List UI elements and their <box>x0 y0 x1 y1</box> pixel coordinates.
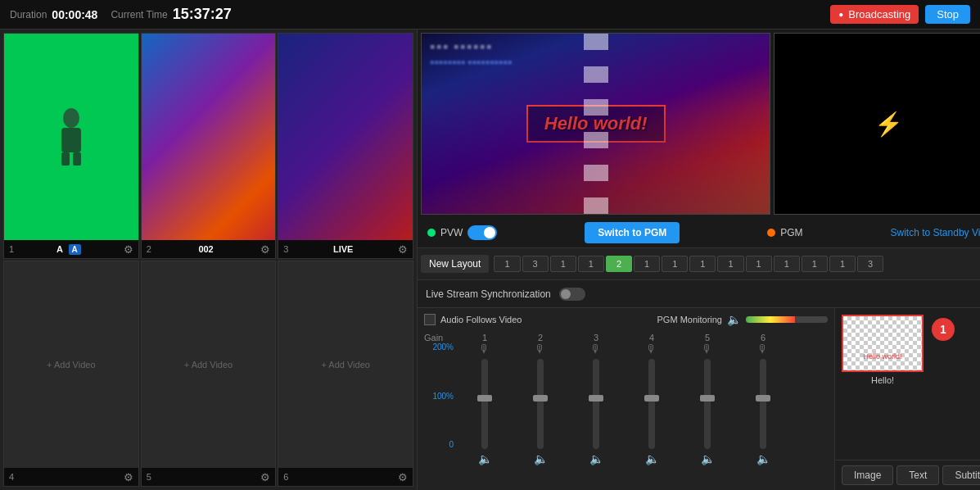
video-preview-5: + Add Video <box>142 261 276 468</box>
mic-icon-3: 🎙 <box>590 343 602 356</box>
media-item-label-1: Hello! <box>871 375 894 385</box>
volume-fill <box>746 316 795 323</box>
video-num-4: 4 <box>9 472 14 482</box>
ch-label-4: 4 <box>624 333 680 343</box>
gear-icon-6[interactable]: ⚙ <box>398 471 408 483</box>
video-label-bar-4: 4 ⚙ <box>4 468 138 486</box>
speaker-icon-1: 🔈 <box>478 452 492 465</box>
video-cell-5[interactable]: + Add Video 5 ⚙ <box>141 261 277 487</box>
video-preview-4: + Add Video <box>4 261 138 468</box>
speaker-icon-3: 🔈 <box>589 452 603 465</box>
blur-overlay-2: ■■■■■■■■ ■■■■■■■■■■ <box>430 58 512 66</box>
mic-icon-5: 🎙 <box>702 343 713 356</box>
media-tabs: Image Text Subtitle <box>835 460 980 490</box>
video-preview-2 <box>142 34 276 240</box>
fader-handle-1[interactable] <box>477 395 492 402</box>
fader-track-6[interactable] <box>760 359 766 449</box>
layout-tab-13[interactable]: 3 <box>857 256 883 272</box>
switch-to-pgm-button[interactable]: Switch to PGM <box>585 222 680 243</box>
pvw-pgm-toggle[interactable] <box>467 225 497 240</box>
video-label-bar-6: 6 ⚙ <box>278 468 413 486</box>
fader-track-4[interactable] <box>648 359 655 449</box>
fader-handle-2[interactable] <box>533 395 548 402</box>
media-item-1[interactable]: Hello world! Hello! <box>842 315 924 385</box>
right-panel: ■■■ ■■■■■■ ■■■■■■■■ ■■■■■■■■■■ Hello wor… <box>418 29 980 490</box>
fader-track-5[interactable] <box>704 359 711 449</box>
speaker-icon-2: 🔈 <box>534 452 548 465</box>
layout-tab-0[interactable]: 1 <box>494 256 520 272</box>
faders-row: 200% 100% 0 🎙 🔈 🎙 <box>424 343 828 465</box>
video-num-6: 6 <box>283 472 288 482</box>
layout-tab-4[interactable]: 2 <box>606 256 632 272</box>
gear-icon-4[interactable]: ⚙ <box>124 471 133 483</box>
afv-checkbox[interactable] <box>424 314 436 325</box>
monitor-icon: 🔈 <box>727 313 741 326</box>
gear-icon-3[interactable]: ⚙ <box>398 243 408 256</box>
video-name-2: 002 <box>198 244 213 254</box>
volume-bar[interactable] <box>746 316 828 323</box>
layout-tab-12[interactable]: 1 <box>829 256 856 272</box>
duration-block: Duration 00:00:48 <box>10 8 97 21</box>
gain-scale: 200% 100% 0 <box>424 343 457 449</box>
audio-media-area: Audio Follows Video PGM Monitoring 🔈 Gai… <box>418 308 980 490</box>
switch-standby-link[interactable]: Switch to Standby Video <box>891 227 981 238</box>
gear-icon-2[interactable]: ⚙ <box>260 243 270 256</box>
add-video-btn-6[interactable]: + Add Video <box>321 261 369 468</box>
broadcasting-badge: Broadcasting <box>830 5 919 24</box>
mic-icon-4: 🎙 <box>646 343 657 356</box>
fader-handle-4[interactable] <box>644 395 659 402</box>
fader-track-2[interactable] <box>537 359 544 449</box>
new-layout-button[interactable]: New Layout <box>421 255 489 273</box>
layout-tab-10[interactable]: 1 <box>774 256 800 272</box>
add-video-btn-4[interactable]: + Add Video <box>47 261 95 468</box>
video-num-1: 1 <box>9 244 14 254</box>
pgm-monitoring-label: PGM Monitoring <box>657 315 722 324</box>
layout-tab-1[interactable]: 3 <box>522 256 549 272</box>
tab-text[interactable]: Text <box>896 465 939 485</box>
fader-handle-5[interactable] <box>700 395 715 402</box>
speaker-icon-4: 🔈 <box>645 452 659 465</box>
add-video-btn-5[interactable]: + Add Video <box>184 261 233 468</box>
video-cell-4[interactable]: + Add Video 4 ⚙ <box>3 261 139 487</box>
speaker-icon-6: 🔈 <box>756 452 770 465</box>
fader-handle-3[interactable] <box>589 395 603 402</box>
fader-track-3[interactable] <box>593 359 599 449</box>
scale-100: 100% <box>427 392 454 401</box>
video-label-bar-1: 1 A A ⚙ <box>4 240 138 258</box>
gear-icon-5[interactable]: ⚙ <box>260 471 270 483</box>
tab-subtitle[interactable]: Subtitle <box>942 465 980 485</box>
stop-button[interactable]: Stop <box>925 5 970 24</box>
mic-icon-6: 🎙 <box>757 343 769 356</box>
media-badge-1: 1 <box>932 318 955 341</box>
fader-track-1[interactable] <box>481 359 488 449</box>
fader-channel-4: 🎙 🔈 <box>624 343 680 465</box>
layout-tab-3[interactable]: 1 <box>578 256 604 272</box>
layout-tab-2[interactable]: 1 <box>550 256 576 272</box>
layout-tab-6[interactable]: 1 <box>662 256 688 272</box>
layout-tabs: 1 3 1 1 2 1 1 1 1 1 1 1 1 3 <box>494 256 980 272</box>
layout-tab-8[interactable]: 1 <box>717 256 743 272</box>
layout-tab-5[interactable]: 1 <box>634 256 660 272</box>
video-label-bar-3: 3 LIVE ⚙ <box>278 240 413 258</box>
video-cell-1[interactable]: 1 A A ⚙ <box>3 33 139 259</box>
layout-tab-11[interactable]: 1 <box>802 256 828 272</box>
video-cell-2[interactable]: 2 002 ⚙ <box>141 33 277 259</box>
tab-image[interactable]: Image <box>842 465 893 485</box>
layout-tab-9[interactable]: 1 <box>746 256 772 272</box>
ch-label-5: 5 <box>680 333 735 343</box>
pvw-label: PVW <box>440 227 463 238</box>
layout-tab-7[interactable]: 1 <box>689 256 716 272</box>
media-thumbnail-1[interactable]: Hello world! <box>842 315 924 372</box>
svg-rect-2 <box>61 152 70 166</box>
video-cell-6[interactable]: + Add Video 6 ⚙ <box>278 261 413 487</box>
current-time-block: Current Time 15:37:27 <box>111 6 231 23</box>
fader-handle-6[interactable] <box>756 395 770 402</box>
sync-toggle[interactable] <box>559 288 585 301</box>
gain-label: Gain <box>424 333 457 343</box>
video-num-5: 5 <box>147 472 151 482</box>
afv-label: Audio Follows Video <box>440 315 522 324</box>
video-cell-3[interactable]: 3 LIVE ⚙ <box>278 33 413 259</box>
pgm-monitoring: PGM Monitoring 🔈 <box>657 313 828 326</box>
fader-channel-1: 🎙 🔈 <box>457 343 513 465</box>
gear-icon-1[interactable]: ⚙ <box>124 243 133 256</box>
